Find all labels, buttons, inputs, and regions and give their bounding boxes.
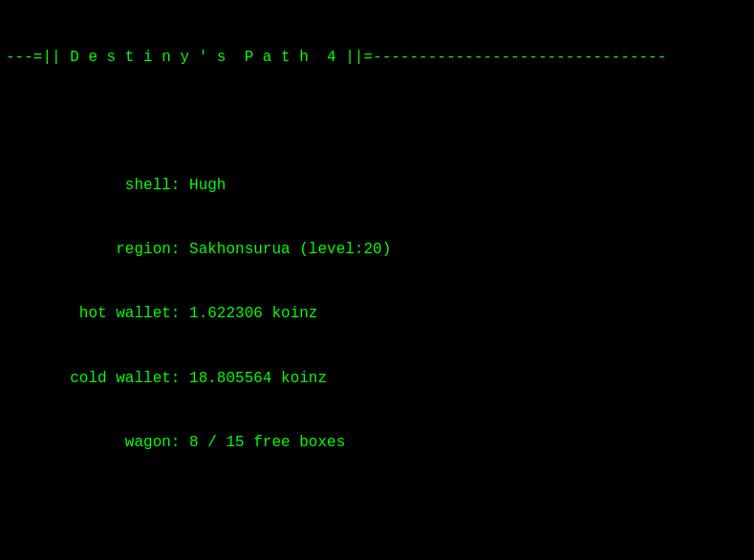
stat-hot-wallet: hot wallet: 1.622306 koinz xyxy=(6,303,748,324)
stat-region: region: Sakhonsurua (level:20) xyxy=(6,239,748,260)
stat-wagon: wagon: 8 / 15 free boxes xyxy=(6,432,748,453)
stat-cold-wallet: cold wallet: 18.805564 koinz xyxy=(6,368,748,389)
title-bar: ---=|| D e s t i n y ' s P a t h 4 ||=--… xyxy=(6,47,748,68)
terminal-window: ---=|| D e s t i n y ' s P a t h 4 ||=--… xyxy=(6,4,748,560)
blank-line-2 xyxy=(6,496,748,517)
stat-shell: shell: Hugh xyxy=(6,175,748,196)
blank-line xyxy=(6,111,748,132)
